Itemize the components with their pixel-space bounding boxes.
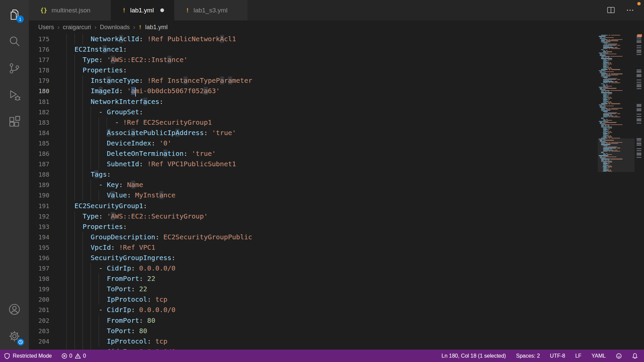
status-bar: Restricted Mode 0 0 Ln 180, Col 18 (1 se… [0,350,644,362]
code-line[interactable]: FromPort: 22 [66,274,598,284]
line-number[interactable]: 189 [29,180,49,190]
code-line[interactable]: - Key: Name [66,180,598,190]
line-number[interactable]: 182 [29,107,49,117]
code-line[interactable]: InstanceType: !Ref InstanceTypeParameter [66,75,598,86]
code-line[interactable]: - !Ref EC2SecurityGroup1 [66,117,598,128]
code-line[interactable]: AssociatePublicIpAddress: 'true' [66,128,598,138]
code-line[interactable]: IpProtocol: tcp [66,294,598,305]
line-number[interactable]: 204 [29,336,49,347]
modified-dot [97,8,101,12]
line-number[interactable]: 205 [29,347,49,350]
code-line[interactable]: Properties: [66,65,598,75]
line-number[interactable]: 187 [29,159,49,169]
code-line[interactable]: IpProtocol: tcp [66,336,598,347]
line-number-gutter[interactable]: 1751761771781791801811821831841851861871… [29,34,49,350]
code-line[interactable]: Value: MyInstance [66,190,598,200]
breadcrumb-item[interactable]: Downloads [100,24,130,31]
chevron-right-icon: › [94,23,96,31]
code-line[interactable]: Type: 'AWS::EC2::SecurityGroup' [66,211,598,222]
line-number[interactable]: 197 [29,263,49,274]
notifications-item[interactable] [632,353,638,359]
split-editor-icon[interactable] [606,6,615,15]
code-line[interactable]: ToPort: 22 [66,284,598,294]
line-number[interactable]: 175 [29,34,49,44]
code-line[interactable]: FromPort: 80 [66,315,598,326]
code-line[interactable]: - GroupSet: [66,107,598,117]
search-icon[interactable] [0,28,29,55]
yaml-file-icon: ! [139,24,142,31]
breadcrumb-item[interactable]: Users [38,24,54,31]
feedback-item[interactable] [616,353,622,359]
code-line[interactable]: SubnetId: !Ref VPC1PublicSubnet1 [66,159,598,169]
modified-dot[interactable] [160,8,164,12]
tab-lab1-s3-yml[interactable]: ! lab1_s3.yml [174,0,248,20]
code-area[interactable]: NetworkAclId: !Ref PublicNetworkAcl1 EC2… [49,34,598,350]
line-number[interactable]: 185 [29,138,49,148]
line-number[interactable]: 183 [29,117,49,128]
activity-bar: 1 [0,0,29,350]
restricted-mode-item[interactable]: Restricted Mode [4,353,52,359]
code-line[interactable]: VpcId: !Ref VPC1 [66,242,598,253]
yaml-file-icon: ! [186,7,189,14]
code-line[interactable]: ImageId: 'ami-0b0dcb5067f052a63' [66,86,598,96]
explorer-icon[interactable]: 1 [0,1,29,28]
code-line[interactable]: Type: 'AWS::EC2::Instance' [66,55,598,65]
error-count: 0 [69,353,72,359]
code-line[interactable]: EC2Instance1: [66,44,598,55]
breadcrumb-item[interactable]: craigarcuri [63,24,91,31]
line-number[interactable]: 201 [29,305,49,315]
line-number[interactable]: 184 [29,128,49,138]
more-actions-icon[interactable] [626,6,635,15]
line-number[interactable]: 198 [29,274,49,284]
tab-lab1-yml[interactable]: ! lab1.yml [111,0,174,20]
code-line[interactable]: - CidrIp: 0.0.0.0/0 [66,263,598,274]
line-number[interactable]: 179 [29,75,49,86]
tab-multinest-json[interactable]: {} multinest.json [29,0,111,20]
line-number[interactable]: 196 [29,253,49,263]
code-line[interactable]: NetworkInterfaces: [66,97,598,107]
line-number[interactable]: 195 [29,242,49,253]
line-number[interactable]: 203 [29,326,49,336]
eol-item[interactable]: LF [575,353,582,359]
run-debug-icon[interactable] [0,82,29,109]
line-number[interactable]: 177 [29,55,49,65]
problems-item[interactable]: 0 0 [61,353,86,359]
encoding-item[interactable]: UTF-8 [550,353,565,359]
code-line[interactable]: Properties: [66,222,598,232]
line-number[interactable]: 191 [29,201,49,211]
line-number[interactable]: 188 [29,169,49,180]
line-number[interactable]: 199 [29,284,49,294]
line-number[interactable]: 202 [29,315,49,326]
code-line[interactable]: Tags: [66,169,598,180]
line-number[interactable]: 181 [29,97,49,107]
code-line[interactable]: - CidrIp: 0.0.0.0/0 [66,305,598,315]
code-line[interactable]: DeleteOnTermination: 'true' [66,148,598,159]
line-number[interactable]: 178 [29,65,49,75]
code-line[interactable]: EC2SecurityGroup1: [66,201,598,211]
source-control-icon[interactable] [0,55,29,82]
tab-bar: {} multinest.json ! lab1.yml ! lab1_s3.y… [29,0,644,20]
code-line[interactable]: - CidrIp: 0.0.0.0/0 [66,347,598,350]
code-line[interactable]: NetworkAclId: !Ref PublicNetworkAcl1 [66,34,598,44]
language-mode-item[interactable]: YAML [592,353,606,359]
indentation-item[interactable]: Spaces: 2 [516,353,540,359]
line-number[interactable]: 190 [29,190,49,200]
code-line[interactable]: DeviceIndex: '0' [66,138,598,148]
line-number[interactable]: 192 [29,211,49,222]
code-line[interactable]: GroupDescription: EC2SecurityGroupPublic [66,232,598,242]
account-icon[interactable] [0,296,29,323]
settings-gear-icon[interactable] [0,323,29,350]
extensions-icon[interactable] [0,109,29,135]
line-number[interactable]: 200 [29,294,49,305]
cursor-position-item[interactable]: Ln 180, Col 18 (1 selected) [441,353,506,359]
line-number[interactable]: 193 [29,222,49,232]
vscode-window: 1 [0,0,644,362]
line-number[interactable]: 176 [29,44,49,55]
line-number[interactable]: 180 [29,86,49,96]
breadcrumb-file[interactable]: lab1.yml [145,24,168,31]
line-number[interactable]: 194 [29,232,49,242]
code-line[interactable]: SecurityGroupIngress: [66,253,598,263]
line-number[interactable]: 186 [29,148,49,159]
minimap[interactable] [598,34,635,350]
code-line[interactable]: ToPort: 80 [66,326,598,336]
